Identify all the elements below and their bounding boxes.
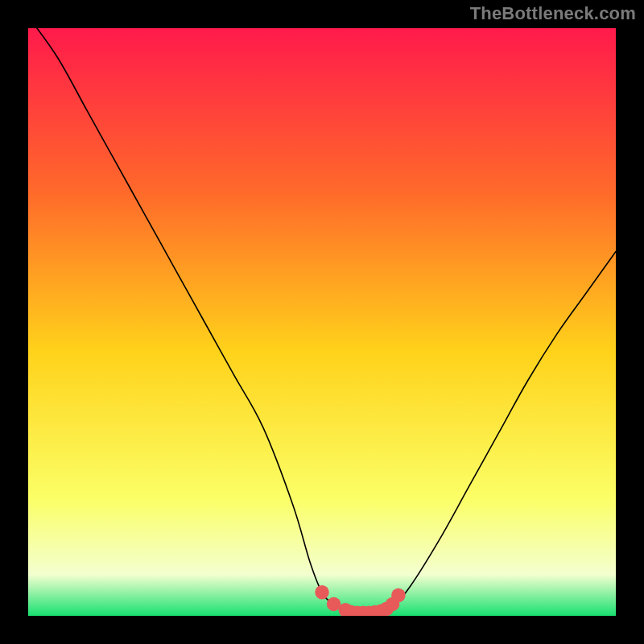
optimal-marker [391, 588, 406, 603]
watermark-text: TheBottleneck.com [470, 3, 636, 24]
optimal-marker [315, 585, 329, 600]
chart-frame: TheBottleneck.com [0, 0, 644, 644]
bottleneck-chart [28, 28, 616, 616]
heatmap-background [28, 28, 616, 616]
